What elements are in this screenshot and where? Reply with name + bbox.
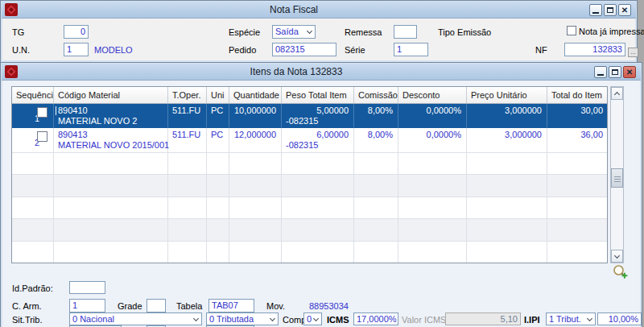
- chevron-down-icon: [270, 316, 275, 321]
- quantity-value: 12,000000: [229, 130, 281, 139]
- c-arm-label: C. Arm.: [12, 301, 42, 311]
- maximize-icon[interactable]: [604, 4, 617, 16]
- serie-field[interactable]: 1: [394, 43, 428, 56]
- uni-value: PC: [207, 130, 229, 139]
- desconto-value: 0,0000%: [398, 130, 466, 139]
- sit-trib-label: Sit.Trib.: [12, 315, 43, 325]
- preco-value: 3,000000: [467, 130, 547, 139]
- window-itens-nota: Itens da Nota 132833 ✕ SequênciaCódigo M…: [0, 62, 642, 327]
- scrollbar-thumb[interactable]: [611, 168, 623, 188]
- un-description: MODELO: [94, 45, 133, 55]
- chevron-down-icon: [307, 28, 312, 34]
- grade-field[interactable]: [147, 299, 166, 313]
- quantity-value: 10,000000: [229, 106, 281, 115]
- row-checkbox[interactable]: [37, 107, 47, 118]
- tipo-emissao-label: Tipo Emissão: [438, 27, 491, 37]
- pedido-field[interactable]: 082315: [272, 43, 336, 56]
- preco-value: 3,000000: [467, 106, 547, 115]
- nota-impressa-label: Nota já impressa: [579, 27, 644, 36]
- peso-value: 5,00000: [282, 106, 353, 115]
- tributada-dropdown[interactable]: 0 Tributada: [206, 313, 279, 325]
- grade-label: Grade: [118, 301, 142, 311]
- tg-label: TG: [12, 27, 24, 37]
- column-header[interactable]: Código Material: [54, 87, 168, 103]
- empty-table-row[interactable]: [12, 197, 607, 219]
- comissao-value: 8,00%: [354, 130, 398, 139]
- material-code: 890413: [54, 130, 167, 139]
- chevron-down-icon: [313, 316, 319, 321]
- tg-field[interactable]: 0: [64, 25, 89, 39]
- table-row[interactable]: 2890413MATERIAL NOVO 2015/001511.FUPC12,…: [12, 128, 607, 153]
- nota-impressa-checkbox[interactable]: [567, 26, 576, 35]
- ipi-dropdown[interactable]: 1 Tribut.: [546, 313, 596, 325]
- comissao-value: 8,00%: [354, 106, 398, 115]
- minimize-icon[interactable]: [589, 4, 602, 16]
- tabela-label: Tabela: [176, 301, 202, 311]
- mov-value: 88953034: [309, 301, 349, 311]
- c-arm-field[interactable]: 1: [69, 299, 105, 313]
- column-header[interactable]: Desconto: [398, 87, 467, 103]
- window-nota-fiscal: Nota Fiscal ✕ TG 0 U.N. 1 MODELO Espécie…: [0, 0, 638, 63]
- close-icon[interactable]: ✕: [623, 66, 636, 78]
- order-ref: -082315: [282, 140, 353, 150]
- column-header[interactable]: T.Oper.: [168, 87, 207, 103]
- id-padrao-label: Id.Padrão:: [12, 284, 53, 293]
- toper-value: 511.FU: [168, 130, 206, 139]
- especie-label: Espécie: [229, 27, 260, 37]
- desconto-value: 0,0000%: [398, 106, 466, 115]
- ipi-label: I.IPI: [524, 315, 540, 325]
- zoom-magnifier-icon[interactable]: [613, 264, 628, 281]
- icms-label: ICMS: [327, 315, 349, 325]
- nf-browse-button[interactable]: ...: [628, 48, 638, 57]
- empty-table-row[interactable]: [12, 175, 607, 197]
- window2-title: Itens da Nota 132833: [2, 66, 591, 77]
- items-table[interactable]: SequênciaCódigo MaterialT.Oper.UniQuanti…: [11, 86, 608, 263]
- column-header[interactable]: Comissão: [354, 87, 398, 103]
- remessa-field[interactable]: [394, 25, 417, 39]
- column-header[interactable]: Quantidade: [229, 87, 282, 103]
- vertical-scrollbar[interactable]: [610, 86, 624, 263]
- row-checkbox[interactable]: [37, 131, 47, 142]
- text-caret: [56, 106, 56, 115]
- table-row[interactable]: 1890410MATERIAL NOVO 2511.FUPC10,0000005…: [12, 104, 607, 128]
- close-icon[interactable]: ✕: [618, 4, 631, 16]
- un-label: U.N.: [12, 45, 30, 55]
- nf-field[interactable]: 132833: [564, 43, 625, 56]
- sit-trib-dropdown[interactable]: 0 Nacional: [69, 313, 202, 325]
- window1-title: Nota Fiscal: [2, 4, 586, 15]
- empty-table-row[interactable]: [12, 242, 607, 263]
- empty-table-row[interactable]: [12, 153, 607, 175]
- scroll-down-icon[interactable]: [611, 250, 623, 263]
- mov-label: Mov.: [266, 301, 285, 311]
- ipi-percent-field[interactable]: 10,00%: [597, 313, 642, 325]
- chevron-down-icon: [193, 316, 199, 321]
- table-header-row: SequênciaCódigo MaterialT.Oper.UniQuanti…: [12, 87, 607, 104]
- material-code: 890410: [54, 106, 167, 115]
- id-padrao-field[interactable]: [69, 281, 105, 294]
- column-header[interactable]: Preço Unitário: [467, 87, 547, 103]
- maximize-icon[interactable]: [609, 66, 621, 78]
- scroll-up-icon[interactable]: [611, 87, 623, 100]
- total-value: 36,00: [547, 130, 608, 139]
- uni-value: PC: [207, 106, 229, 115]
- valor-icms-label: Valor ICMS: [402, 315, 446, 325]
- column-header[interactable]: Total do Item: [547, 87, 608, 103]
- remessa-label: Remessa: [345, 27, 382, 37]
- valor-icms-field: 5,10: [445, 313, 521, 325]
- compl-dropdown[interactable]: 0: [303, 313, 322, 325]
- especie-dropdown[interactable]: Saída: [272, 25, 316, 39]
- serie-label: Série: [345, 45, 365, 55]
- pedido-label: Pedido: [229, 45, 256, 55]
- un-field[interactable]: 1: [64, 43, 89, 56]
- empty-table-row[interactable]: [12, 219, 607, 242]
- minimize-icon[interactable]: [594, 66, 607, 78]
- column-header[interactable]: Peso Total Item: [282, 87, 354, 103]
- window1-titlebar[interactable]: Nota Fiscal ✕: [2, 2, 636, 19]
- material-description: MATERIAL NOVO 2: [54, 116, 167, 126]
- column-header[interactable]: Uni: [207, 87, 229, 103]
- column-header[interactable]: Sequência: [12, 87, 54, 103]
- tabela-field[interactable]: TAB07: [208, 299, 254, 313]
- icms-field[interactable]: 17,0000%: [353, 313, 398, 325]
- window2-titlebar[interactable]: Itens da Nota 132833 ✕: [2, 64, 641, 81]
- chevron-down-icon: [587, 316, 592, 321]
